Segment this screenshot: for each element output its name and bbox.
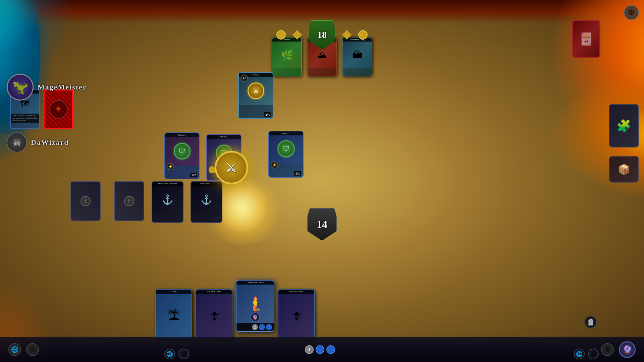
player-avatar-group: ☠ DaWizard <box>7 132 69 153</box>
mana-diamond-1 <box>292 30 302 40</box>
player-ability-badge[interactable]: 🔮 <box>619 341 636 358</box>
bottom-skull3-icon[interactable]: ☠ <box>588 349 599 359</box>
bottom-skull2-icon[interactable]: ☠ <box>178 349 189 359</box>
siren-stats: 1/1 <box>294 171 301 176</box>
shield-icon-siren: 🛡 <box>282 144 290 153</box>
mana-diamond-2 <box>342 30 352 40</box>
player-life-value: 14 <box>317 218 327 231</box>
chart-course-text: Draw two cards. Then discard a card unle… <box>11 114 39 123</box>
hand-island-art: 🏝 <box>156 294 192 338</box>
catacomb1-name: Drowned Catacomb <box>152 182 183 186</box>
dc-ability-icon: 🔮 <box>251 312 260 322</box>
opponent-life-value: 18 <box>317 29 327 40</box>
island-tapped-card: 🏝 ↩ <box>114 181 144 221</box>
tap-arrow-island: ↩ <box>124 196 134 206</box>
player-grave-icon[interactable]: ⚙ <box>601 343 614 356</box>
hand-walk-plank1-inner: Walk the Plank 🗡 <box>196 290 232 338</box>
player-land-catacomb2[interactable]: Drowned C... ⚓ <box>191 181 222 223</box>
combat-swords-main-badge: ⚔ <box>215 151 248 184</box>
player-creature-skitter[interactable]: Skitter... 🦂 🛡 ⚡ 1/2 <box>164 132 200 179</box>
hand-walk-plank1-name: Walk the Plank <box>196 290 232 294</box>
creature-card-siren: Siren S... 🧜 🛡 ⚡ 1/1 <box>268 131 304 178</box>
catacomb2-card: Drowned C... ⚓ <box>191 181 222 223</box>
bottom-globe2-icon[interactable]: 🌐 <box>574 349 585 359</box>
mana-cost-number: 2 <box>305 345 314 354</box>
dc-mana-2: 2 <box>252 324 258 330</box>
hand-island-name: Island <box>156 290 192 294</box>
shield-badge-skitter: 🛡 <box>174 143 191 160</box>
game-board: ⚙ 18 🃏 🦖 MageMeister ☠ DaWizard <box>0 0 644 362</box>
shield-badge-siren: 🛡 <box>277 140 295 158</box>
player-right-icons: ⚙ 🔮 <box>601 341 636 358</box>
hand-card-island-inner: Island 🏝 <box>156 290 192 338</box>
lightning-badge-siren: ⚡ <box>271 161 278 169</box>
player-skull-icon[interactable]: ☠ <box>26 343 39 356</box>
swamp-card: 🏚 ↩ <box>70 181 101 221</box>
right-panel-area: 🧩 📦 <box>605 101 642 186</box>
hand-walk-plank2-art: 🗡 <box>278 294 314 338</box>
hand-card-walk-plank-1[interactable]: Walk the Plank 🗡 <box>196 289 232 339</box>
opponent-creature-card[interactable]: Drowc... 🦴 ⚔ ↩ 3/3 <box>238 72 273 119</box>
mtg-logo-icon: 🃏 <box>579 32 594 46</box>
catacomb1-card: Drowned Catacomb ⚓ <box>152 181 183 223</box>
player-creature-siren[interactable]: Siren S... 🧜 🛡 ⚡ 1/1 <box>268 131 304 178</box>
main-combat-swords: ⚔ <box>215 151 248 184</box>
hand-walk-plank2-name: Walk the Plank <box>278 290 314 294</box>
gear-icon: ⚙ <box>628 8 635 17</box>
hand-card-island[interactable]: Island 🏝 <box>155 289 192 339</box>
opponent-life-total-container: 18 <box>309 20 335 50</box>
opponent-creature-stats: 3/3 <box>264 112 271 117</box>
combat-swords-badge-opponent: ⚔ <box>248 82 264 99</box>
tap-indicator-opponent: ↩ <box>240 74 248 82</box>
right-panel-card1[interactable]: 🧩 <box>609 104 639 147</box>
opponent-creature-area: Drowc... 🦴 ⚔ ↩ 3/3 <box>238 72 273 119</box>
mana-cost-display: 2 <box>305 345 335 354</box>
opponent-avatar: 🦖 <box>7 74 34 101</box>
swords-icon-opponent: ⚔ <box>253 87 259 95</box>
opponent-name: MageMeister <box>38 83 87 92</box>
player-name: DaWizard <box>31 138 69 147</box>
shield-icon-skitter: 🛡 <box>179 147 185 155</box>
opponent-avatar-group: 🦖 MageMeister <box>7 74 87 101</box>
opponent-avatar-icon: 🦖 <box>12 80 28 95</box>
player-globe-icon[interactable]: 🌐 <box>8 343 21 356</box>
player-grave-icon-area: 🪦 <box>584 316 597 328</box>
player-land-swamp-tapped[interactable]: 🏚 ↩ <box>65 186 106 216</box>
hand-walk-plank1-art: 🗡 <box>196 294 232 338</box>
mana-pip-yellow-2 <box>358 30 368 40</box>
opponent-deck-card: 🃏 <box>572 20 600 58</box>
player-land-island-tapped[interactable]: 🏝 ↩ <box>109 186 149 216</box>
mana-pip-yellow-1 <box>276 30 286 40</box>
opponent-life-shield: 18 <box>309 20 335 50</box>
right-panel-card2[interactable]: 📦 <box>609 156 639 183</box>
hand-card-dreamcaller[interactable]: Dreamcaller Siren 🧜 2 🔮 <box>236 280 274 332</box>
lightning-badge-skitter: ⚡ <box>167 163 174 170</box>
skitter-stats: 1/2 <box>190 173 197 177</box>
bottom-globe-icon[interactable]: 🌐 <box>164 349 175 359</box>
fathom-name: Fathom... <box>207 135 241 139</box>
player-grave-area[interactable]: 🪦 <box>584 316 597 328</box>
dc-mana-blue2 <box>266 324 272 330</box>
hand-dreamcaller-inner: Dreamcaller Siren 🧜 2 🔮 <box>236 281 274 331</box>
pirate-skull-icon: ☠ <box>13 137 21 148</box>
bottom-icon-row: 🌐 ☠ <box>164 349 189 359</box>
player-pirate-icon: ☠ <box>7 132 27 153</box>
hand-card-walk-plank-2[interactable]: Walk the Plank 🗡 <box>278 289 315 339</box>
opponent-graveyard-area[interactable]: 🃏 <box>572 20 600 58</box>
player-life-container: 14 <box>307 208 337 241</box>
catacomb1-art: ⚓ <box>152 186 183 213</box>
player-land-catacomb1[interactable]: Drowned Catacomb ⚓ <box>152 181 183 223</box>
hand-dreamcaller-name: Dreamcaller Siren <box>236 281 274 285</box>
combat-swords-main-icon: ⚔ <box>225 160 237 176</box>
tap-arrow-swamp: ↩ <box>80 196 91 206</box>
bottom-right-icon-row: 🌐 ☠ <box>574 349 599 359</box>
player-left-icons: 🌐 ☠ <box>8 343 39 356</box>
catacomb2-art: ⚓ <box>191 186 222 213</box>
player-life-shield: 14 <box>307 208 337 241</box>
settings-button[interactable]: ⚙ <box>624 5 639 20</box>
dc-mana-blue1 <box>259 324 265 330</box>
mana-cost-blue1 <box>316 345 324 354</box>
siren-name: Siren S... <box>269 131 303 135</box>
mtg-logo: ⚜ <box>49 100 68 119</box>
player-info-bar: 🌐 ☠ 2 ⚙ 🔮 <box>0 337 644 362</box>
